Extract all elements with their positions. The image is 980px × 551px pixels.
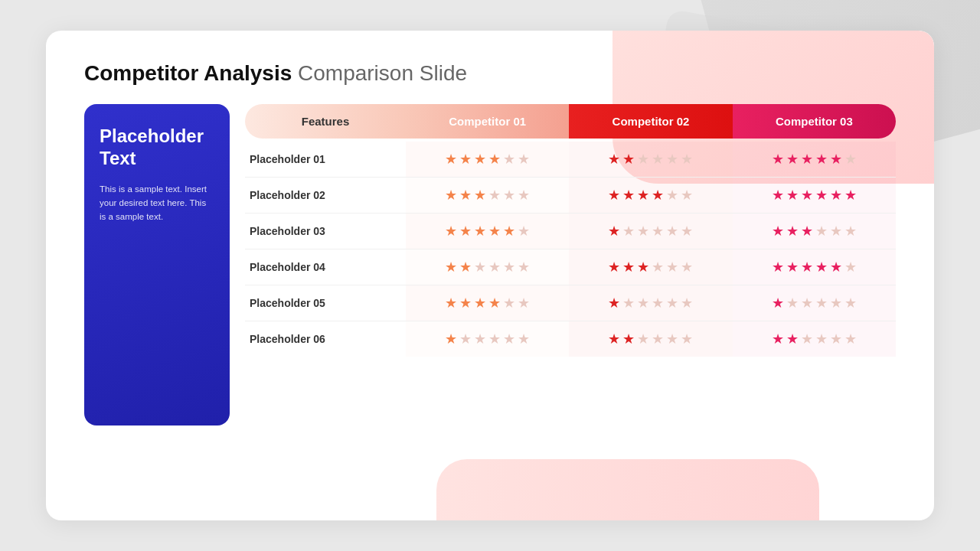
- star-empty: ★: [622, 223, 635, 240]
- star-empty: ★: [622, 295, 635, 311]
- star-empty: ★: [681, 331, 693, 347]
- star-empty: ★: [815, 331, 828, 347]
- row-stars-c2: ★★★★★★: [569, 178, 732, 213]
- bg-accent2: [436, 459, 819, 520]
- content: Competitor Analysis Comparison Slide Pla…: [84, 61, 896, 425]
- star-filled: ★: [622, 259, 635, 276]
- star-empty: ★: [488, 331, 501, 347]
- star-empty: ★: [503, 259, 515, 276]
- star-filled: ★: [772, 187, 784, 204]
- star-filled: ★: [608, 151, 620, 168]
- row-stars-c1: ★★★★★★: [406, 214, 569, 249]
- star-filled: ★: [830, 151, 842, 168]
- star-empty: ★: [830, 223, 842, 240]
- star-empty: ★: [666, 187, 678, 204]
- star-filled: ★: [474, 223, 486, 240]
- star-filled: ★: [459, 295, 472, 311]
- row-stars-c2: ★★★★★★: [569, 142, 732, 177]
- star-filled: ★: [830, 259, 842, 276]
- star-filled: ★: [622, 151, 635, 168]
- star-empty: ★: [830, 331, 842, 347]
- row-feature: Placeholder 04: [245, 250, 406, 284]
- star-filled: ★: [815, 259, 828, 276]
- star-empty: ★: [844, 223, 857, 240]
- star-filled: ★: [445, 187, 457, 204]
- row-feature: Placeholder 01: [245, 142, 406, 176]
- star-empty: ★: [503, 187, 515, 204]
- star-empty: ★: [474, 259, 486, 276]
- star-empty: ★: [637, 151, 649, 168]
- sidebar-body: This is a sample text. Insert your desir…: [100, 182, 214, 224]
- star-empty: ★: [503, 151, 515, 168]
- star-empty: ★: [474, 331, 486, 347]
- star-empty: ★: [681, 151, 693, 168]
- star-filled: ★: [445, 151, 457, 168]
- sidebar-card: Placeholder Text This is a sample text. …: [84, 104, 230, 425]
- row-stars-c3: ★★★★★★: [733, 142, 896, 177]
- row-stars-c3: ★★★★★★: [733, 285, 896, 321]
- header-competitor2: Competitor 02: [569, 104, 732, 139]
- star-filled: ★: [445, 259, 457, 276]
- row-stars-c1: ★★★★★★: [406, 321, 569, 357]
- star-empty: ★: [801, 295, 813, 311]
- star-empty: ★: [801, 331, 813, 347]
- star-filled: ★: [772, 331, 784, 347]
- page-title-bold: Competitor Analysis: [84, 61, 292, 85]
- star-filled: ★: [445, 295, 457, 311]
- slide-container: Competitor Analysis Comparison Slide Pla…: [46, 31, 934, 520]
- star-empty: ★: [844, 331, 857, 347]
- star-empty: ★: [666, 295, 678, 311]
- star-empty: ★: [652, 295, 664, 311]
- star-filled: ★: [608, 223, 620, 240]
- star-filled: ★: [652, 187, 664, 204]
- star-filled: ★: [801, 187, 813, 204]
- row-feature: Placeholder 05: [245, 286, 406, 320]
- row-stars-c1: ★★★★★★: [406, 142, 569, 177]
- star-filled: ★: [637, 187, 649, 204]
- star-empty: ★: [518, 259, 530, 276]
- star-filled: ★: [445, 223, 457, 240]
- row-stars-c1: ★★★★★★: [406, 285, 569, 321]
- star-filled: ★: [786, 223, 799, 240]
- star-filled: ★: [622, 331, 635, 347]
- star-filled: ★: [488, 223, 501, 240]
- row-stars-c1: ★★★★★★: [406, 249, 569, 285]
- row-stars-c3: ★★★★★★: [733, 214, 896, 249]
- star-filled: ★: [608, 295, 620, 311]
- row-stars-c2: ★★★★★★: [569, 214, 732, 249]
- star-empty: ★: [518, 187, 530, 204]
- star-filled: ★: [608, 259, 620, 276]
- star-filled: ★: [815, 151, 828, 168]
- main-layout: Placeholder Text This is a sample text. …: [84, 104, 896, 425]
- header-competitor3: Competitor 03: [733, 104, 896, 139]
- sidebar-heading: Placeholder Text: [100, 126, 214, 170]
- row-stars-c2: ★★★★★★: [569, 321, 732, 357]
- star-empty: ★: [488, 259, 501, 276]
- star-empty: ★: [637, 223, 649, 240]
- star-empty: ★: [666, 223, 678, 240]
- star-filled: ★: [637, 259, 649, 276]
- star-filled: ★: [622, 187, 635, 204]
- star-empty: ★: [666, 331, 678, 347]
- star-empty: ★: [681, 223, 693, 240]
- page-title-light: Comparison Slide: [298, 61, 467, 85]
- star-filled: ★: [474, 187, 486, 204]
- star-empty: ★: [652, 331, 664, 347]
- star-filled: ★: [608, 331, 620, 347]
- star-empty: ★: [518, 295, 530, 311]
- star-filled: ★: [786, 331, 799, 347]
- star-empty: ★: [830, 295, 842, 311]
- star-empty: ★: [637, 295, 649, 311]
- table-row: Placeholder 06 ★★★★★★ ★★★★★★ ★★★★★★: [245, 321, 896, 357]
- star-filled: ★: [801, 223, 813, 240]
- star-filled: ★: [786, 151, 799, 168]
- star-empty: ★: [844, 259, 857, 276]
- star-filled: ★: [815, 187, 828, 204]
- row-stars-c1: ★★★★★★: [406, 178, 569, 213]
- star-empty: ★: [503, 295, 515, 311]
- star-empty: ★: [815, 295, 828, 311]
- star-filled: ★: [830, 187, 842, 204]
- star-filled: ★: [772, 259, 784, 276]
- row-feature: Placeholder 06: [245, 322, 406, 356]
- comparison-table: Features Competitor 01 Competitor 02 Com…: [245, 104, 896, 357]
